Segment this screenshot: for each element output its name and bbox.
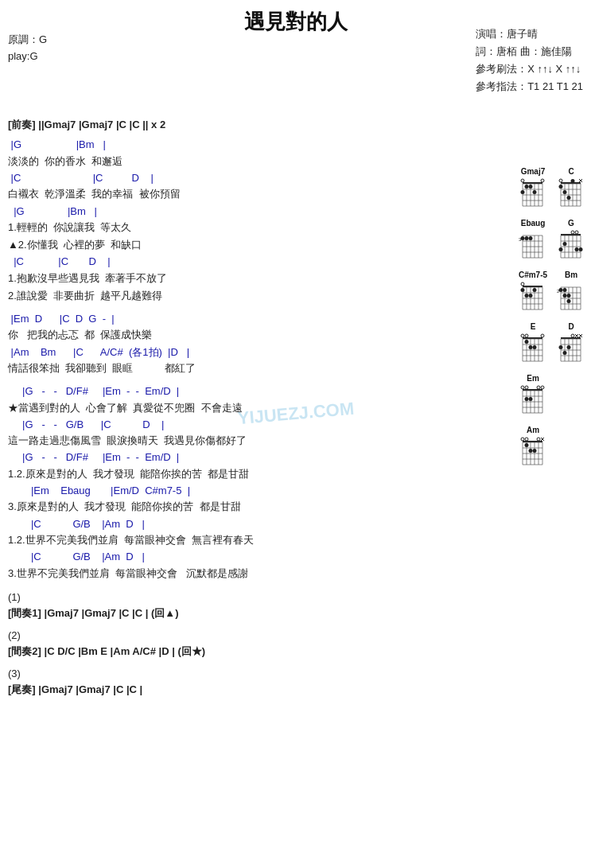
svg-point-121: [541, 334, 544, 337]
lyric-line: (3): [8, 665, 583, 683]
lyric-line: 1.2.世界不完美我們並肩 每當眼神交會 無言裡有春天: [8, 531, 583, 549]
chord-line: |C |C D |: [8, 254, 583, 270]
chord-diagram-row: Ebaug3G: [518, 219, 586, 264]
svg-point-14: [529, 185, 533, 189]
svg-point-118: [533, 345, 537, 349]
chord-line: |Em Ebaug |Em/D C#m7-5 |: [8, 483, 583, 499]
svg-point-32: [567, 196, 571, 200]
svg-point-84: [529, 294, 533, 298]
svg-point-134: [559, 345, 563, 349]
chord-line: |G - - D/F# |Em - - Em/D |: [8, 383, 583, 399]
svg-point-137: [571, 334, 574, 337]
lyric-line: (1): [8, 589, 583, 606]
svg-point-102: [567, 294, 571, 298]
chord-line: |G - - D/F# |Em - - Em/D |: [8, 450, 583, 465]
svg-point-31: [563, 190, 567, 194]
section-line: [間奏1] |Gmaj7 |Gmaj7 |C |C | (回▲): [8, 606, 583, 621]
ref-strum: 參考刷法：X ↑↑↓ X ↑↑↓: [476, 60, 583, 78]
chord-diagram-am: Am: [518, 426, 548, 471]
svg-point-50: [525, 236, 529, 240]
chord-diagram-d: D: [556, 322, 586, 368]
lyric-line: 1.輕輕的 你說讓我 等太久: [8, 219, 583, 236]
chord-name: Gmaj7: [521, 167, 546, 176]
singer: 演唱：唐子晴: [476, 25, 583, 43]
chord-diagram-row: Am: [518, 426, 586, 471]
chord-name: C: [568, 167, 574, 176]
chord-name: Bm: [565, 271, 577, 279]
lyric-line: 1.2.原來是對的人 我才發現 能陪你挨的苦 都是甘甜: [8, 465, 583, 483]
svg-point-159: [541, 386, 544, 389]
svg-point-33: [571, 179, 575, 183]
lyric-line: 淡淡的 你的香水 和邂逅: [8, 153, 583, 170]
svg-point-135: [563, 351, 567, 355]
svg-point-17: [541, 179, 544, 182]
svg-point-65: [563, 242, 567, 246]
blank-line: [8, 582, 583, 589]
lyric-line: 1.抱歉沒早些遇見我 牽著手不放了: [8, 270, 583, 287]
chord-name: D: [568, 322, 574, 331]
chord-line: |C G/B |Am D |: [8, 516, 583, 532]
svg-point-69: [575, 231, 578, 234]
chord-line: |G - - G/B |C D |: [8, 417, 583, 433]
meta-right: 演唱：唐子晴 詞：唐栢 曲：施佳陽 參考刷法：X ↑↑↓ X ↑↑↓ 參考指法：…: [476, 25, 583, 95]
chord-diagram-cm75: C#m7-5: [518, 271, 548, 316]
ref-finger: 參考指法：T1 21 T1 21: [476, 78, 583, 95]
lyric-line: 2.誰說愛 非要曲折 越平凡越難得: [8, 287, 583, 305]
svg-point-136: [567, 345, 571, 349]
chord-diagram-bm: Bm2: [556, 271, 586, 316]
svg-point-51: [529, 236, 533, 240]
chord-diagram-c: C: [556, 167, 586, 212]
lyric-line: 這一路走過悲傷風雪 眼淚換晴天 我遇見你傷都好了: [8, 432, 583, 450]
svg-point-176: [525, 438, 528, 441]
chord-diagram-e: E: [518, 322, 548, 368]
svg-point-100: [563, 288, 567, 292]
svg-point-157: [525, 386, 528, 389]
blank-line: [8, 659, 583, 665]
chord-diagram-row: ED: [518, 322, 586, 368]
svg-point-117: [529, 345, 533, 349]
original-key: 原調：G: [8, 32, 47, 49]
lyric-line: ▲2.你懂我 心裡的夢 和缺口: [8, 236, 583, 254]
svg-point-156: [521, 386, 524, 389]
section-line: [間奏2] |C D/C |Bm E |Am A/C# |D | (回★): [8, 644, 583, 659]
svg-point-85: [533, 288, 537, 292]
svg-point-13: [525, 185, 529, 189]
lyric-line: 白襯衣 乾淨溫柔 我的幸福 被你預留: [8, 185, 583, 203]
svg-point-173: [529, 449, 533, 453]
lyric-line: 你 把我的忐忑 都 保護成快樂: [8, 326, 583, 344]
svg-point-66: [575, 247, 579, 251]
svg-point-12: [521, 190, 525, 194]
svg-point-116: [525, 340, 529, 344]
svg-point-175: [521, 438, 524, 441]
lyric-line: ★當遇到對的人 心會了解 真愛從不兜圈 不會走遠: [8, 399, 583, 417]
chord-diagram-row: C#m7-5Bm2: [518, 271, 586, 316]
chord-diagrams-panel: Gmaj7CEbaug3GC#m7-5Bm2EDEmAm: [518, 167, 586, 471]
chord-name: Ebaug: [521, 219, 546, 228]
svg-point-64: [559, 247, 563, 251]
blank-line: [8, 305, 583, 311]
chord-line: |C |C D |: [8, 170, 583, 186]
svg-point-16: [521, 179, 524, 182]
chord-diagram-row: Gmaj7C: [518, 167, 586, 212]
meta-left: 原調：G play:G: [8, 32, 47, 65]
chord-diagram-g: G: [556, 219, 586, 264]
page: 遇見對的人 原調：G play:G 演唱：唐子晴 詞：唐栢 曲：施佳陽 參考刷法…: [0, 0, 591, 713]
blank-line: [8, 377, 583, 383]
chord-name: E: [531, 322, 536, 331]
chord-line: |G |Bm |: [8, 137, 583, 153]
svg-point-99: [559, 288, 563, 292]
lyric-line: 3.原來是對的人 我才發現 能陪你挨的苦 都是甘甜: [8, 498, 583, 516]
svg-point-67: [579, 247, 583, 251]
lyric-line: (2): [8, 627, 583, 644]
lyric-line: 3.世界不完美我們並肩 每當眼神交會 沉默都是感謝: [8, 565, 583, 582]
svg-point-120: [525, 334, 528, 337]
svg-point-86: [521, 282, 524, 286]
svg-point-158: [537, 386, 540, 389]
svg-point-83: [525, 294, 529, 298]
chord-diagram-ebaug: Ebaug3: [518, 219, 548, 264]
play-key: play:G: [8, 49, 47, 65]
svg-point-49: [521, 236, 525, 240]
svg-point-172: [525, 443, 529, 447]
intro-line: [前奏] ||Gmaj7 |Gmaj7 |C |C || x 2: [8, 115, 583, 134]
chord-line: |G |Bm |: [8, 204, 583, 220]
